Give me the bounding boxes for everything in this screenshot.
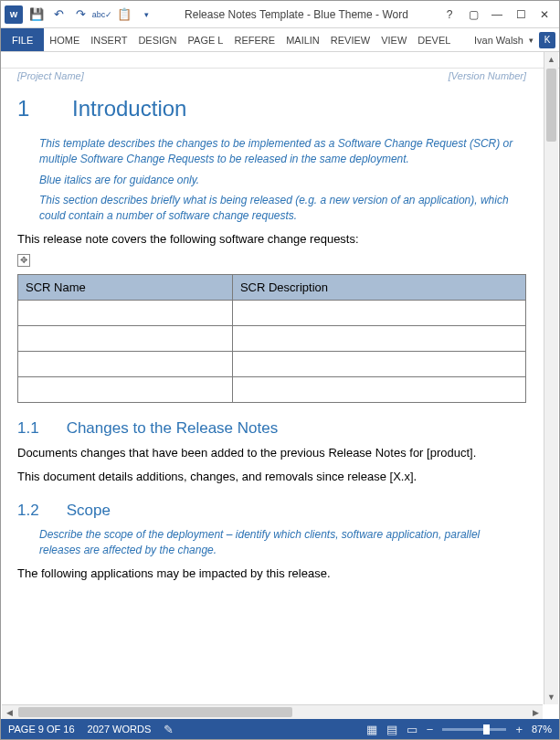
scroll-thumb[interactable] [546,69,556,142]
tab-page-layout[interactable]: PAGE L [183,28,229,51]
zoom-slider-knob[interactable] [483,724,490,735]
word-logo-icon: W [5,5,23,24]
qat-customize-icon[interactable]: ▾ [138,6,154,23]
ribbon-tabs: FILE HOME INSERT DESIGN PAGE L REFERE MA… [1,28,559,52]
body-paragraph: The following applications may be impact… [17,566,526,582]
title-bar: W 💾 ↶ ↷ abc✓ 📋 ▾ Release Notes Template … [1,1,559,28]
tab-design[interactable]: DESIGN [132,28,182,51]
table-move-handle-icon[interactable]: ✥ [17,254,30,267]
table-header-row: SCR Name SCR Description [18,274,526,300]
user-account[interactable]: Ivan Walsh ▾ K [474,28,559,51]
tab-home[interactable]: HOME [44,28,85,51]
guidance-note: Blue italics are for guidance only. [39,173,519,188]
user-name: Ivan Walsh [474,35,523,46]
heading-2: 1.1 Changes to the Release Notes [17,419,526,438]
heading-text: Changes to the Release Notes [67,419,279,438]
horizontal-scrollbar[interactable]: ◀ ▶ [2,704,543,719]
close-icon[interactable]: ✕ [534,5,555,24]
page-indicator[interactable]: PAGE 9 OF 16 [8,724,75,735]
document-header: [Project Name] [Version Number] [17,70,526,81]
scroll-down-icon[interactable]: ▼ [544,690,558,704]
minimize-icon[interactable]: — [486,5,508,24]
zoom-in-icon[interactable]: + [515,723,523,736]
table-header-cell: SCR Description [232,274,525,300]
heading-text: Scope [67,502,111,520]
zoom-out-icon[interactable]: − [427,723,434,736]
version-number-field: [Version Number] [449,70,526,81]
heading-2: 1.2 Scope [17,502,526,520]
scr-table[interactable]: SCR Name SCR Description [17,274,526,403]
scroll-up-icon[interactable]: ▲ [544,52,558,67]
user-avatar: K [539,32,555,48]
chevron-down-icon: ▾ [529,36,534,45]
web-layout-icon[interactable]: ▭ [407,723,417,736]
window-title: Release Notes Template - Blue Theme - Wo… [154,8,438,21]
read-mode-icon[interactable]: ▦ [366,723,377,736]
tab-view[interactable]: VIEW [375,28,412,51]
help-icon[interactable]: ? [438,5,460,24]
tab-mailings[interactable]: MAILIN [280,28,325,51]
ruler[interactable] [1,52,559,69]
body-paragraph: This document details additions, changes… [17,469,526,485]
print-layout-icon[interactable]: ▤ [386,723,397,736]
zoom-slider[interactable] [442,728,506,731]
word-count[interactable]: 2027 WORDS [88,724,152,735]
heading-number: 1.1 [17,419,39,438]
scroll-thumb[interactable] [18,707,292,717]
tab-references[interactable]: REFERE [229,28,281,51]
proofing-icon[interactable]: ✎ [164,723,174,736]
scroll-left-icon[interactable]: ◀ [2,705,16,720]
heading-text: Introduction [72,96,186,122]
save-icon[interactable]: 💾 [28,6,45,23]
redo-icon[interactable]: ↷ [72,6,89,23]
scroll-right-icon[interactable]: ▶ [528,705,543,720]
heading-number: 1.2 [17,502,39,520]
ribbon-display-icon[interactable]: ▢ [462,5,484,24]
file-tab[interactable]: FILE [1,28,44,51]
tab-developer[interactable]: DEVEL [412,28,456,51]
spellcheck-icon[interactable]: abc✓ [94,6,111,23]
table-row[interactable] [18,300,526,325]
status-bar: PAGE 9 OF 16 2027 WORDS ✎ ▦ ▤ ▭ − + 87% [1,719,559,739]
vertical-scrollbar[interactable]: ▲ ▼ [544,52,558,704]
project-name-field: [Project Name] [17,70,84,81]
document-canvas[interactable]: [Project Name] [Version Number] 1 Introd… [1,69,543,704]
undo-icon[interactable]: ↶ [50,6,67,23]
tab-insert[interactable]: INSERT [85,28,132,51]
guidance-note: This section describes briefly what is b… [39,193,519,224]
zoom-level[interactable]: 87% [532,724,552,735]
body-paragraph: Documents changes that have been added t… [17,445,526,461]
body-paragraph: This release note covers the following s… [17,231,526,248]
table-row[interactable] [18,376,526,402]
table-header-cell: SCR Name [18,274,233,300]
window-controls: ? ▢ — ☐ ✕ [438,5,555,24]
maximize-icon[interactable]: ☐ [510,5,532,24]
guidance-note: This template describes the changes to b… [39,136,519,167]
table-row[interactable] [18,325,526,351]
table-row[interactable] [18,351,526,376]
quick-access-toolbar: W 💾 ↶ ↷ abc✓ 📋 ▾ [5,5,154,24]
guidance-note: Describe the scope of the deployment – i… [39,527,519,558]
heading-number: 1 [17,96,36,122]
paste-icon[interactable]: 📋 [116,6,132,23]
tab-review[interactable]: REVIEW [325,28,375,51]
heading-1: 1 Introduction [17,96,526,122]
